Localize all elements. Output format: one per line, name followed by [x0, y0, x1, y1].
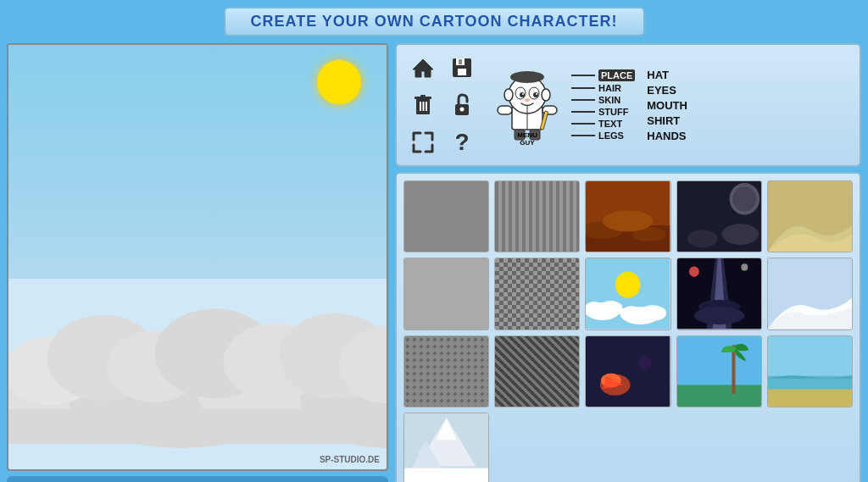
texture-dots[interactable]: [403, 335, 489, 407]
svg-point-30: [520, 92, 525, 97]
svg-point-47: [603, 210, 654, 231]
svg-point-50: [732, 186, 756, 211]
svg-point-51: [721, 224, 759, 245]
svg-point-35: [504, 89, 513, 101]
trash-icon: [412, 93, 434, 117]
label-hair[interactable]: HAIR: [571, 83, 635, 93]
svg-rect-16: [459, 59, 462, 64]
help-icon: ?: [454, 129, 469, 156]
left-panel: SP-STUDIO.DE Support SP-STUDIO.DE at P p…: [7, 43, 388, 482]
svg-point-36: [542, 89, 550, 101]
right-panel: ?: [395, 43, 861, 482]
svg-point-68: [693, 307, 744, 325]
svg-rect-19: [420, 95, 426, 97]
texture-checkered[interactable]: [494, 258, 580, 330]
label-legs[interactable]: LEGS: [571, 130, 635, 141]
label-stuff[interactable]: STUFF: [571, 107, 635, 117]
category-shirt[interactable]: SHIRT: [647, 114, 687, 127]
texture-light-gray[interactable]: [403, 258, 489, 330]
svg-rect-80: [768, 389, 852, 407]
svg-rect-22: [426, 102, 427, 111]
menu-guy-label: MENUGUY: [517, 132, 537, 147]
texture-mars[interactable]: [585, 180, 670, 252]
unlock-icon: [452, 93, 472, 117]
svg-rect-76: [677, 385, 761, 407]
main-content: SP-STUDIO.DE Support SP-STUDIO.DE at P p…: [7, 43, 861, 482]
texture-snow-hills[interactable]: [767, 258, 853, 330]
category-eyes[interactable]: EYES: [647, 84, 687, 97]
support-bar[interactable]: Support SP-STUDIO.DE at P patreon: [7, 476, 388, 482]
svg-point-61: [640, 306, 667, 322]
svg-rect-15: [458, 69, 466, 75]
category-hands[interactable]: HANDS: [647, 130, 687, 142]
texture-snow-mountain[interactable]: [403, 413, 489, 482]
svg-rect-70: [586, 336, 670, 407]
unlock-button[interactable]: [446, 89, 478, 121]
character-container: MENUGUY: [493, 65, 561, 146]
texture-grid: [403, 180, 853, 482]
svg-point-27: [510, 71, 544, 83]
sun: [317, 60, 361, 104]
expand-button[interactable]: [407, 126, 439, 158]
svg-point-33: [536, 93, 537, 95]
help-button[interactable]: ?: [446, 126, 478, 158]
texture-desert[interactable]: [767, 180, 853, 252]
svg-marker-12: [413, 59, 433, 77]
texture-sky-clouds[interactable]: [585, 258, 670, 330]
svg-point-63: [688, 267, 698, 278]
home-button[interactable]: [407, 52, 439, 84]
character-preview: [493, 65, 561, 141]
delete-button[interactable]: [407, 89, 439, 121]
label-place[interactable]: PLACE: [571, 69, 635, 81]
character-labels: PLACE HAIR SKIN STUFF TEXT: [571, 69, 635, 141]
svg-point-34: [525, 98, 530, 102]
app-title: CREATE YOUR OWN CARTOON CHARACTER!: [251, 13, 618, 30]
canvas-area: SP-STUDIO.DE: [7, 43, 388, 471]
svg-rect-20: [420, 102, 421, 111]
category-mouth[interactable]: MOUTH: [647, 99, 687, 112]
texture-grid-container: [395, 172, 861, 482]
svg-point-52: [687, 230, 717, 247]
texture-gray-solid[interactable]: [403, 180, 489, 252]
top-controls: ?: [395, 43, 861, 167]
svg-point-58: [599, 301, 623, 317]
label-text[interactable]: TEXT: [571, 119, 635, 129]
texture-beach[interactable]: [767, 335, 853, 407]
svg-point-24: [460, 108, 465, 112]
svg-point-32: [522, 93, 524, 95]
title-bar: CREATE YOUR OWN CARTOON CHARACTER!: [224, 7, 645, 36]
svg-rect-21: [423, 102, 425, 111]
save-button[interactable]: [446, 52, 478, 84]
category-hat[interactable]: HAT: [647, 69, 687, 81]
svg-rect-77: [732, 345, 735, 393]
expand-icon: [412, 131, 434, 153]
texture-diamonds[interactable]: [494, 335, 580, 407]
svg-point-64: [741, 264, 748, 271]
texture-space[interactable]: [676, 180, 762, 252]
svg-rect-85: [404, 468, 488, 482]
texture-meteor[interactable]: [585, 335, 670, 407]
texture-gray-stripes[interactable]: [494, 180, 580, 252]
label-skin[interactable]: SKIN: [571, 95, 635, 105]
svg-point-31: [533, 92, 538, 97]
svg-point-74: [638, 356, 652, 370]
home-icon: [411, 56, 435, 80]
toolbar-icons: ?: [407, 52, 480, 158]
category-labels: HAT EYES MOUTH SHIRT HANDS: [647, 69, 687, 142]
cloud-scene: [8, 194, 387, 470]
watermark: SP-STUDIO.DE: [320, 455, 380, 464]
svg-rect-11: [8, 409, 387, 444]
svg-point-55: [615, 272, 641, 298]
texture-tropical[interactable]: [676, 335, 762, 407]
save-icon: [451, 57, 473, 79]
svg-rect-38: [498, 106, 512, 114]
texture-night-beam[interactable]: [676, 258, 762, 330]
